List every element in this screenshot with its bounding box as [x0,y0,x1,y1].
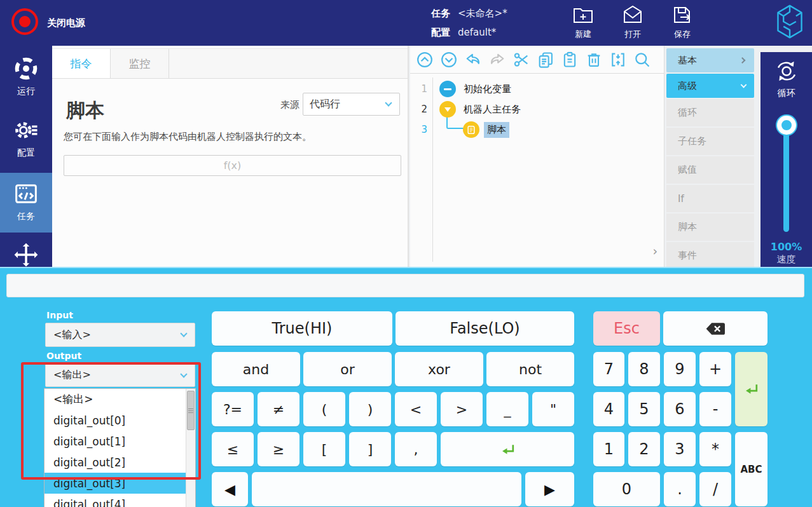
key-not[interactable]: not [486,352,574,386]
dropdown-option[interactable]: digital_out[0] [45,410,195,431]
palette-item[interactable]: 循环 [666,99,754,126]
key-esc[interactable]: Esc [593,311,660,346]
palette-item[interactable]: 事件 [666,242,754,269]
source-select[interactable]: 代码行 [303,93,400,116]
key-right-arrow[interactable]: ▶ [525,472,574,506]
key-lt[interactable]: < [395,392,437,426]
loop-icon[interactable] [773,57,801,85]
key-dot[interactable]: . [664,472,696,506]
sidebar-item-move[interactable] [0,241,52,267]
key-plus[interactable]: + [699,352,731,386]
new-task-label: 新建 [563,29,603,40]
output-select-value: <输出> [53,368,91,382]
key-eight[interactable]: 8 [628,352,660,386]
key-underscore[interactable]: _ [486,392,528,426]
key-lbracket[interactable]: [ [303,432,345,466]
speed-slider-track[interactable] [783,127,789,232]
key-xor[interactable]: xor [395,352,483,386]
paste-icon[interactable] [560,50,579,69]
palette-item[interactable]: 脚本 [666,213,754,241]
dropdown-option[interactable]: digital_out[4] [45,494,195,507]
key-enter-wide[interactable] [441,432,574,466]
key-comma[interactable]: , [395,432,437,466]
undo-icon[interactable] [464,50,483,69]
input-label: Input [46,310,73,320]
move-up-icon[interactable] [415,50,434,69]
copy-icon[interactable] [536,50,555,69]
key-gt[interactable]: > [441,392,483,426]
tab-instruction[interactable]: 指令 [52,49,111,78]
key-space[interactable] [252,472,521,506]
new-task-button[interactable]: 新建 [563,4,603,40]
tree-row-number: 3 [410,124,427,135]
source-select-value: 代码行 [310,98,340,111]
sidebar-item-config[interactable]: 配置 [0,118,52,159]
sidebar-item-run[interactable]: 运行 [0,56,52,97]
key-three[interactable]: 3 [664,432,696,466]
key-slash[interactable]: / [699,472,731,506]
key-rparen[interactable]: ) [349,392,391,426]
palette-group-advanced[interactable]: 高级 [666,74,754,98]
key-six[interactable]: 6 [664,392,696,426]
tab-monitor[interactable]: 监控 [111,49,169,78]
script-description: 您可在下面输入作为脚本代码由机器人控制器执行的文本。 [64,131,312,143]
key-leq[interactable]: ≤ [212,432,254,466]
speed-slider-handle[interactable] [777,116,796,135]
key-left-arrow[interactable]: ◀ [212,472,248,506]
dropdown-option[interactable]: <输出> [45,389,195,410]
redo-icon[interactable] [488,50,507,69]
renumber-icon[interactable] [609,50,628,69]
key-true-hi[interactable]: True(HI) [212,311,392,346]
tree-expand-chevron-icon[interactable]: › [652,244,657,258]
key-one[interactable]: 1 [593,432,624,466]
new-file-icon [572,4,595,27]
key-false-lo[interactable]: False(LO) [396,311,574,346]
key-abc[interactable]: ABC [735,432,767,506]
search-icon[interactable] [633,50,652,69]
key-zero[interactable]: 0 [593,472,660,506]
delete-icon[interactable] [584,50,603,69]
key-geq[interactable]: ≥ [258,432,299,466]
dropdown-scrollbar-thumb[interactable] [187,391,195,430]
key-five[interactable]: 5 [628,392,660,426]
task-tree: 1初始化变量2机器人主任务3脚本 [410,79,664,140]
key-nine[interactable]: 9 [664,352,696,386]
key-and[interactable]: and [212,352,300,386]
dropdown-option[interactable]: digital_out[1] [45,431,195,452]
expression-display-input[interactable] [6,274,804,297]
key-four[interactable]: 4 [593,392,624,426]
key-seven[interactable]: 7 [593,352,624,386]
output-select[interactable]: <输出> [45,363,195,387]
key-two[interactable]: 2 [628,432,660,466]
cut-icon[interactable] [512,50,531,69]
dropdown-option[interactable]: digital_out[3] [45,473,195,494]
sidebar-config-label: 配置 [0,147,52,159]
dropdown-option[interactable]: digital_out[2] [45,452,195,473]
sidebar-item-task[interactable]: 任务 [0,173,52,233]
palette-item[interactable]: If [666,185,754,212]
key-star[interactable]: * [699,432,731,466]
dropdown-scrollbar[interactable] [186,389,195,507]
power-off-button[interactable] [11,8,38,35]
tree-row-init-variable[interactable]: 1初始化变量 [410,79,664,99]
key-q-eq[interactable]: ?= [212,392,254,426]
tree-row-robot-main-task[interactable]: 2机器人主任务 [410,99,664,119]
power-icon [19,16,31,27]
palette-item[interactable]: 赋值 [666,156,754,184]
open-task-button[interactable]: 打开 [612,4,653,40]
save-task-button[interactable]: 保存 [662,4,703,40]
key-quote[interactable]: " [532,392,574,426]
tree-row-script[interactable]: 3脚本 [410,119,664,140]
palette-item[interactable]: 子任务 [666,128,754,155]
key-neq[interactable]: ≠ [258,392,299,426]
input-select[interactable]: <输入> [45,323,195,347]
key-minus[interactable]: - [699,392,731,426]
script-expression-input[interactable] [64,155,401,176]
key-enter-pad[interactable] [735,352,767,426]
key-or[interactable]: or [303,352,392,386]
key-backspace[interactable] [663,311,767,346]
key-lparen[interactable]: ( [303,392,345,426]
key-rbracket[interactable]: ] [349,432,391,466]
palette-group-basic[interactable]: 基本 [666,48,754,72]
move-down-icon[interactable] [439,50,458,69]
